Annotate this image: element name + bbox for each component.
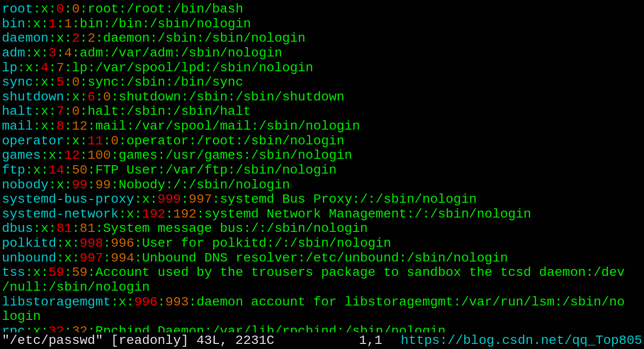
terminal-line-11: ftp:x:14:50:FTP User:/var/ftp:/sbin/nolo… (2, 163, 643, 178)
terminal-text: :daemon:/sbin:/sbin/nologin (95, 31, 306, 45)
terminal-text: : (49, 61, 57, 75)
terminal-text: :User for polkitd:/:/sbin/nologin (134, 236, 391, 250)
terminal-text: 5 (57, 75, 64, 89)
terminal-text: 7 (57, 104, 64, 118)
terminal-text: 11 (88, 134, 103, 148)
terminal-text: 2 (72, 31, 80, 45)
terminal-text: root (2, 2, 33, 16)
terminal-text: :x: (18, 61, 41, 75)
terminal-text: /null:/sbin/nologin (2, 280, 150, 294)
terminal-text: lp (2, 61, 18, 75)
terminal-text: :x: (25, 265, 48, 280)
terminal-line-8: mail:x:8:12:mail:/var/spool/mail:/sbin/n… (2, 119, 643, 134)
terminal-text: : (64, 163, 72, 177)
terminal-text: 0 (57, 2, 64, 16)
terminal-text: 1 (64, 17, 72, 31)
terminal-line-12: nobody:x:99:99:Nobody:/:/sbin/nologin (2, 178, 643, 193)
terminal-line-5: sync:x:5:0:sync:/sbin:/bin/sync (2, 75, 643, 90)
terminal-text: 3 (49, 46, 57, 60)
terminal-text: :sync:/sbin:/bin/sync (80, 75, 243, 89)
terminal-line-16: polkitd:x:998:996:User for polkitd:/:/sb… (2, 236, 643, 251)
terminal-text: :systemd Bus Proxy:/:/sbin/nologin (212, 192, 477, 206)
terminal-text: 1 (49, 17, 57, 31)
terminal-text: daemon (2, 31, 49, 45)
terminal-text: :x: (41, 148, 64, 162)
terminal-text: 192 (173, 207, 196, 221)
terminal-text: sync (2, 75, 33, 89)
terminal-text: :x: (119, 207, 142, 221)
terminal-text: :shutdown:/sbin:/sbin/shutdown (111, 90, 344, 104)
terminal-line-3: adm:x:3:4:adm:/var/adm:/sbin/nologin (2, 46, 643, 61)
terminal-text: 997 (189, 192, 212, 206)
terminal-text: 192 (142, 207, 165, 221)
status-right: 1,1 https://blog.csdn.net/qq_Top805 (359, 333, 642, 348)
terminal-text: :x: (33, 221, 56, 236)
terminal-text: :lp:/var/spool/lpd:/sbin/nologin (64, 61, 313, 75)
terminal-text: : (64, 75, 72, 89)
terminal-text: :games:/usr/games:/sbin/nologin (111, 148, 352, 162)
terminal-text: :systemd Network Management:/:/sbin/nolo… (196, 207, 531, 221)
terminal-text: : (158, 295, 165, 309)
terminal-text: 6 (88, 90, 95, 104)
terminal-text: 4 (41, 61, 49, 75)
terminal-text: :x: (49, 178, 72, 192)
terminal-text: :x: (25, 163, 48, 177)
terminal-text: 12 (64, 148, 80, 162)
terminal-text: : (64, 265, 72, 280)
status-left: "/etc/passwd" [readonly] 43L, 2231C (2, 333, 274, 348)
terminal-text: dbus (2, 221, 33, 236)
terminal-text: 99 (95, 178, 111, 192)
terminal-text: bin (2, 17, 25, 31)
terminal-text: 59 (49, 265, 64, 280)
terminal-line-18: tss:x:59:59:Account used by the trousers… (2, 265, 643, 280)
terminal-text: :x: (57, 251, 80, 265)
terminal-line-13: systemd-bus-proxy:x:999:997:systemd Bus … (2, 192, 643, 207)
terminal-text: 14 (49, 163, 64, 177)
terminal-text: :Unbound DNS resolver:/etc/unbound:/sbin… (134, 251, 508, 265)
terminal-text: unbound (2, 251, 57, 265)
terminal-text: :x: (49, 31, 72, 45)
terminal-text: :root:/root:/bin/bash (80, 2, 243, 16)
terminal-text: 81 (80, 221, 95, 236)
terminal-text: systemd-bus-proxy (2, 192, 134, 206)
terminal-text: 0 (72, 2, 80, 16)
terminal-text: 8 (57, 119, 64, 133)
terminal-text: 0 (72, 75, 80, 89)
terminal-text: 998 (80, 236, 103, 250)
terminal-line-0: root:x:0:0:root:/root:/bin/bash (2, 2, 643, 17)
terminal-text: 4 (64, 46, 72, 60)
terminal-text: 81 (57, 221, 72, 236)
terminal-text: :halt:/sbin:/sbin/halt (80, 104, 251, 118)
terminal-text: : (88, 178, 95, 192)
terminal-text: : (80, 31, 88, 45)
terminal-text: : (80, 148, 88, 162)
terminal-text: : (103, 236, 111, 250)
terminal-text: :FTP User:/var/ftp:/sbin/nologin (88, 163, 337, 177)
terminal-text: :x: (33, 2, 56, 16)
terminal-line-17: unbound:x:997:994:Unbound DNS resolver:/… (2, 251, 643, 266)
terminal-text: :x: (33, 104, 56, 118)
terminal-text: :x: (64, 90, 87, 104)
terminal-text: : (165, 207, 173, 221)
terminal-text: : (64, 104, 72, 118)
terminal-line-6: shutdown:x:6:0:shutdown:/sbin:/sbin/shut… (2, 90, 643, 105)
terminal-text: : (103, 251, 111, 265)
terminal-text: :x: (33, 119, 56, 133)
terminal-line-21: login (2, 309, 643, 324)
status-url: https://blog.csdn.net/qq_Top805 (401, 333, 642, 348)
terminal-line-9: operator:x:11:0:operator:/root:/sbin/nol… (2, 134, 643, 149)
terminal-text: :x: (57, 236, 80, 250)
terminal-text: 59 (72, 265, 88, 280)
terminal-text: 100 (88, 148, 111, 162)
terminal-text: 0 (72, 104, 80, 118)
status-bar: "/etc/passwd" [readonly] 43L, 2231C 1,1 … (0, 332, 644, 349)
terminal-text: :Nobody:/:/sbin/nologin (111, 178, 290, 192)
terminal-line-20: libstoragemgmt:x:996:993:daemon account … (2, 295, 643, 310)
terminal-line-10: games:x:12:100:games:/usr/games:/sbin/no… (2, 148, 643, 163)
terminal-text: 99 (72, 178, 88, 192)
terminal-text: 999 (158, 192, 181, 206)
terminal-line-7: halt:x:7:0:halt:/sbin:/sbin/halt (2, 104, 643, 119)
terminal-text: 0 (103, 90, 111, 104)
terminal-text: : (64, 119, 72, 133)
terminal-text: : (95, 90, 103, 104)
